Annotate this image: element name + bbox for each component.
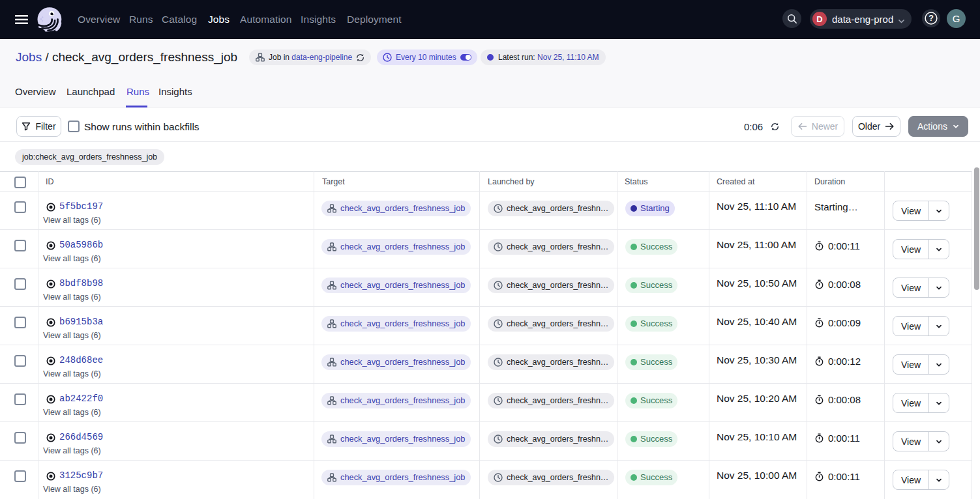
svg-text:?: ? — [928, 14, 934, 23]
